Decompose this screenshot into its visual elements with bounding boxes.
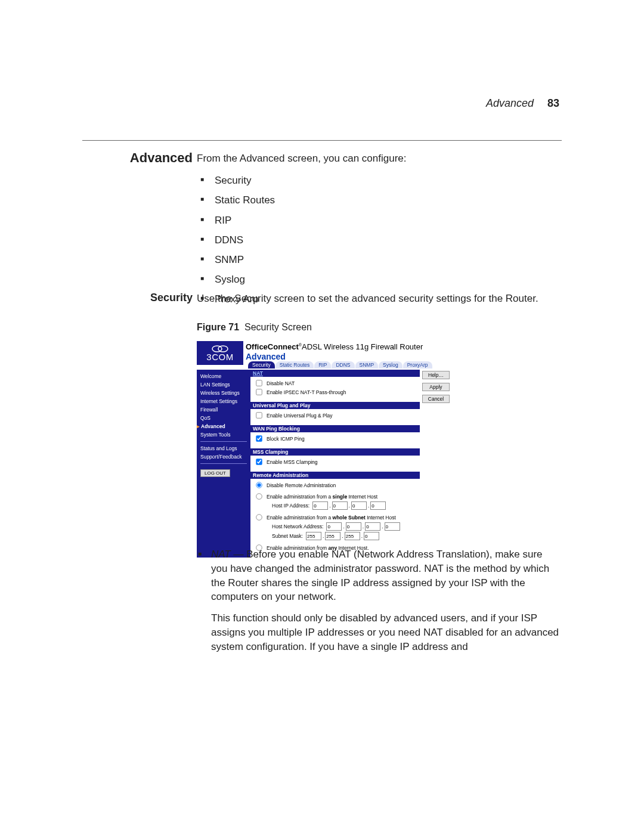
figure-caption: Figure 71 Security Screen (197, 322, 559, 333)
group-mss: MSS Clamping Enable MSS Clamping (250, 448, 420, 469)
help-button[interactable]: Help… (422, 371, 450, 379)
rule (82, 140, 562, 141)
sidebar-item-wireless[interactable]: Wireless Settings (200, 389, 247, 397)
brand-text: 3COM (206, 352, 233, 362)
upnp-head: Universal Plug and Play (250, 402, 420, 409)
nat-para1: — Before you enable NAT (Network Address… (211, 549, 549, 602)
sidebar-item-internet[interactable]: Internet Settings (200, 397, 247, 405)
group-remote-admin: Remote Administration Disable Remote Adm… (250, 472, 420, 555)
group-upnp: Universal Plug and Play Enable Universal… (250, 402, 420, 423)
after-figure-text: NAT — Before you enable NAT (Network Add… (197, 547, 559, 661)
sidebar-item-system-tools[interactable]: System Tools (200, 431, 247, 439)
sidebar-item-status[interactable]: Status and Logs (200, 444, 247, 453)
nat-lead: NAT (211, 549, 231, 560)
security-screenshot: 3COM OfficeConnect®ADSL Wireless 11g Fir… (197, 341, 500, 558)
mss-checkbox[interactable] (256, 459, 262, 465)
tab-bar: SecurityStatic RoutesRIPDDNSSNMPSyslogPr… (246, 361, 497, 368)
list-item: DDNS (197, 232, 559, 248)
list-item: Static Routes (197, 192, 559, 208)
host-ip-1[interactable] (312, 501, 328, 510)
figure-label: Figure 71 (197, 322, 239, 332)
heading-advanced: Advanced (82, 150, 193, 166)
hna-3[interactable] (365, 522, 380, 531)
tab-static-routes[interactable]: Static Routes (275, 361, 314, 368)
list-item: SNMP (197, 252, 559, 268)
group-nat: NAT Disable NAT Enable IPSEC NAT-T Pass-… (250, 370, 420, 400)
cancel-button[interactable]: Cancel (422, 395, 450, 403)
ra-disable-radio[interactable] (256, 482, 262, 488)
product-title: OfficeConnect®ADSL Wireless 11g Firewall… (246, 342, 497, 351)
group-wan-ping: WAN Ping Blocking Block ICMP Ping (250, 425, 420, 446)
disable-nat-checkbox[interactable] (256, 380, 262, 386)
wan-head: WAN Ping Blocking (250, 425, 420, 432)
ra-single-radio[interactable] (256, 493, 262, 499)
hna-4[interactable] (385, 522, 400, 531)
nat-head[interactable]: NAT (253, 370, 263, 376)
sm-1[interactable] (306, 532, 321, 540)
action-buttons: Help… Apply Cancel (420, 370, 456, 408)
ipsec-natt-checkbox[interactable] (256, 389, 262, 395)
list-item: Security (197, 172, 559, 188)
logout-button[interactable]: LOG OUT (200, 469, 230, 477)
tab-security[interactable]: Security (248, 361, 275, 368)
screen-title: Advanced (246, 352, 497, 361)
sm-2[interactable] (325, 532, 340, 540)
ra-head: Remote Administration (250, 472, 420, 479)
tab-snmp[interactable]: SNMP (355, 361, 379, 368)
apply-button[interactable]: Apply (422, 383, 450, 391)
sidebar-item-qos[interactable]: QoS (200, 414, 247, 422)
running-head: Advanced 83 (486, 97, 559, 110)
hna-2[interactable] (346, 522, 361, 531)
section-name: Advanced (486, 97, 534, 109)
tab-syslog[interactable]: Syslog (379, 361, 402, 368)
sidebar-item-firewall[interactable]: Firewall (200, 405, 247, 414)
intro-text: From the Advanced screen, you can config… (197, 150, 559, 166)
sidebar: Welcome LAN Settings Wireless Settings I… (197, 370, 250, 558)
tab-proxyarp[interactable]: ProxyArp (403, 361, 432, 368)
hna-1[interactable] (326, 522, 342, 531)
host-ip-3[interactable] (351, 501, 367, 510)
sm-3[interactable] (345, 532, 360, 540)
advanced-body: From the Advanced screen, you can config… (197, 150, 559, 311)
figure-block: Figure 71 Security Screen 3COM OfficeCon… (197, 322, 559, 558)
nat-para2: This function should only be disabled by… (211, 611, 559, 654)
list-item: RIP (197, 212, 559, 228)
brand-logo: 3COM (197, 341, 243, 365)
sm-4[interactable] (364, 532, 379, 540)
sidebar-item-advanced[interactable]: Advanced (200, 422, 247, 431)
svg-point-1 (218, 346, 228, 352)
feature-list: Security Static Routes RIP DDNS SNMP Sys… (197, 172, 559, 307)
page-number: 83 (547, 97, 559, 109)
tab-rip[interactable]: RIP (314, 361, 331, 368)
list-item: Syslog (197, 271, 559, 287)
host-ip-4[interactable] (370, 501, 386, 510)
sidebar-item-lan[interactable]: LAN Settings (200, 380, 247, 389)
host-ip-2[interactable] (332, 501, 348, 510)
upnp-checkbox[interactable] (256, 412, 262, 418)
heading-security: Security (82, 292, 193, 304)
security-text: Use the Security screen to set the advan… (197, 292, 559, 306)
mss-head: MSS Clamping (250, 448, 420, 456)
sidebar-item-welcome[interactable]: Welcome (200, 372, 247, 380)
tab-ddns[interactable]: DDNS (332, 361, 354, 368)
block-icmp-checkbox[interactable] (256, 435, 262, 441)
ra-subnet-radio[interactable] (256, 514, 262, 520)
figure-title: Security Screen (244, 322, 312, 332)
sidebar-item-support[interactable]: Support/Feedback (200, 453, 247, 461)
